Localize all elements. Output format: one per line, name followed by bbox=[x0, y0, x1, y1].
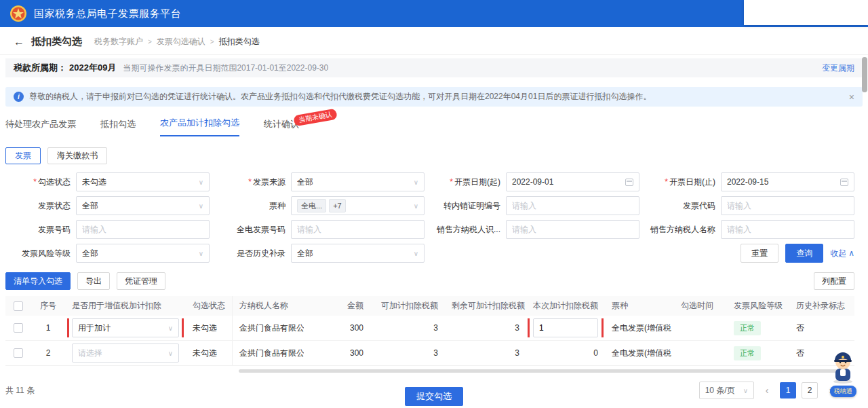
tab-farm-extra-deduction[interactable]: 农产品加计扣除勾选 bbox=[160, 117, 239, 136]
unconfirmed-badge: 当期未确认 bbox=[293, 109, 338, 127]
tab-statistics-confirm[interactable]: 统计确认 当期未确认 bbox=[264, 118, 299, 136]
seller-tax-id-input[interactable] bbox=[506, 220, 639, 239]
row-check-status: 未勾选 bbox=[186, 348, 232, 359]
filter-domestic-cert-no: 转内销证明编号 bbox=[435, 196, 639, 215]
col-amount: 金额 bbox=[304, 300, 370, 312]
col-invoice-type: 票种 bbox=[605, 300, 674, 312]
submit-bar: 提交勾选 bbox=[0, 387, 868, 406]
filter-invoice-code: 发票代码 bbox=[650, 196, 854, 215]
breadcrumb-item[interactable]: 发票勾选确认 bbox=[157, 36, 205, 48]
table-header: 序号 是否用于增值税加计扣除 勾选状态 方纳税人名称 金额 可加计扣除税额 剩余… bbox=[5, 296, 854, 316]
row-checkbox[interactable] bbox=[14, 323, 23, 333]
close-icon[interactable]: × bbox=[849, 92, 854, 103]
select-value: 未勾选 bbox=[82, 177, 195, 188]
back-arrow-icon[interactable]: ← bbox=[14, 37, 24, 48]
invoice-code-input[interactable] bbox=[721, 196, 854, 215]
col-deduct-use: 是否用于增值税加计扣除 bbox=[65, 300, 186, 312]
filter-label: 发票号码 bbox=[5, 224, 76, 236]
submit-check-button[interactable]: 提交勾选 bbox=[405, 387, 463, 406]
row-seller-name: 金拱门食品有限公... bbox=[232, 316, 304, 340]
assistant-badge: 税纳通 bbox=[830, 386, 856, 397]
select-all-cell bbox=[5, 301, 31, 311]
table-row: 1 用于加计 ∨ 未勾选 金拱门食品有限公... 300 3 3 全电发票(增值… bbox=[5, 316, 854, 341]
risk-level-select[interactable]: 全部 ∨ bbox=[76, 244, 210, 263]
filter-actions: 重置 查询 收起 ∧ bbox=[435, 244, 854, 263]
select-all-checkbox[interactable] bbox=[14, 301, 23, 311]
crumb-separator-icon: > bbox=[210, 38, 214, 45]
risk-badge: 正常 bbox=[734, 346, 761, 360]
breadcrumb-item[interactable]: 税务数字账户 bbox=[94, 36, 143, 48]
deduct-use-select[interactable]: 用于加计 ∨ bbox=[72, 318, 179, 337]
row-seq: 2 bbox=[31, 348, 65, 358]
table-toolbar: 清单导入勾选 导出 凭证管理 列配置 bbox=[0, 267, 868, 296]
chevron-down-icon: ∨ bbox=[199, 250, 203, 257]
select-placeholder: 请选择 bbox=[78, 348, 164, 359]
taxation-logo-icon bbox=[9, 5, 27, 22]
filter-invoice-source: 发票来源 全部 ∨ bbox=[220, 172, 425, 191]
date-start-picker[interactable]: 2022-09-01 bbox=[506, 172, 639, 191]
row-check-status: 未勾选 bbox=[186, 322, 232, 334]
row-checkbox[interactable] bbox=[14, 348, 23, 358]
calendar-icon bbox=[625, 179, 633, 186]
filter-label: 发票来源 bbox=[220, 177, 291, 188]
reset-button[interactable]: 重置 bbox=[741, 244, 778, 263]
filter-label: 开票日期(止) bbox=[650, 177, 721, 188]
overlay-panel bbox=[744, 0, 868, 25]
search-button[interactable]: 查询 bbox=[785, 244, 823, 263]
filter-label: 发票代码 bbox=[650, 200, 721, 212]
tab-pending-farm-invoices[interactable]: 待处理农产品发票 bbox=[5, 118, 76, 136]
deduct-use-select[interactable]: 请选择 ∨ bbox=[72, 344, 179, 363]
filter-row: 发票风险等级 全部 ∨ 是否历史补录 全部 ∨ 重置 查询 收起 ∧ bbox=[5, 244, 854, 263]
tab-deduction-check[interactable]: 抵扣勾选 bbox=[100, 118, 136, 136]
crumb-separator-icon: > bbox=[148, 38, 152, 45]
check-status-select[interactable]: 未勾选 ∨ bbox=[76, 172, 210, 191]
row-amount: 300 bbox=[304, 323, 370, 333]
assistant-widget[interactable]: 税纳通 bbox=[823, 350, 863, 397]
row-current-deduction-cell bbox=[526, 318, 605, 337]
subtab-invoice[interactable]: 发票 bbox=[5, 147, 41, 164]
col-seller-name: 方纳税人名称 bbox=[232, 296, 304, 316]
domestic-cert-no-input[interactable] bbox=[506, 196, 639, 215]
history-supplement-select[interactable]: 全部 ∨ bbox=[291, 244, 425, 263]
chevron-down-icon: ∨ bbox=[414, 250, 418, 257]
period-value: 2022年09月 bbox=[69, 62, 116, 74]
vertical-scrollbar[interactable] bbox=[862, 29, 867, 405]
row-remaining: 3 bbox=[445, 323, 526, 333]
ticket-type-multiselect[interactable]: 全电... +7 ∨ bbox=[291, 196, 425, 215]
notice-banner: i 尊敬的纳税人，请于申报前对已勾选的凭证进行统计确认。农产品业务抵扣勾选和代扣… bbox=[5, 87, 863, 107]
filter-label: 票种 bbox=[220, 200, 291, 212]
invoice-status-select[interactable]: 全部 ∨ bbox=[76, 196, 210, 215]
col-deductible: 可加计扣除税额 bbox=[370, 300, 445, 312]
invoice-source-select[interactable]: 全部 ∨ bbox=[291, 172, 425, 191]
page-title: 抵扣类勾选 bbox=[31, 35, 82, 48]
invoice-number-input[interactable] bbox=[76, 220, 210, 239]
chevron-down-icon: ∨ bbox=[199, 202, 203, 210]
filter-row: 勾选状态 未勾选 ∨ 发票来源 全部 ∨ 开票日期(起) 2022-09-01 bbox=[5, 172, 854, 191]
col-remaining: 剩余可加计扣除税额 bbox=[445, 300, 526, 312]
seller-name-input[interactable] bbox=[721, 220, 854, 239]
digital-invoice-number-input[interactable] bbox=[291, 220, 425, 239]
voucher-manage-button[interactable]: 凭证管理 bbox=[117, 272, 165, 290]
col-risk-level: 发票风险等级 bbox=[727, 300, 789, 312]
filter-date-end: 开票日期(止) 2022-09-15 bbox=[650, 172, 854, 191]
import-check-button[interactable]: 清单导入勾选 bbox=[5, 272, 71, 290]
column-config-button[interactable]: 列配置 bbox=[814, 272, 854, 290]
export-button[interactable]: 导出 bbox=[77, 272, 110, 290]
scrollbar-thumb[interactable] bbox=[862, 57, 867, 92]
tax-period-bar: 税款所属期： 2022年09月 当期可操作发票的开具日期范围2017-01-01… bbox=[5, 58, 863, 77]
app-screen: 国家税务总局电子发票服务平台 ← 抵扣类勾选 税务数字账户 > 发票勾选确认 >… bbox=[0, 0, 868, 408]
col-check-time: 勾选时间 bbox=[674, 300, 727, 312]
filter-date-start: 开票日期(起) 2022-09-01 bbox=[435, 172, 639, 191]
filter-ticket-type: 票种 全电... +7 ∨ bbox=[220, 196, 425, 215]
collapse-link[interactable]: 收起 ∧ bbox=[830, 248, 854, 259]
filter-label: 销售方纳税人识... bbox=[435, 224, 506, 236]
period-hint: 当期可操作发票的开具日期范围2017-01-01至2022-09-30 bbox=[123, 62, 328, 74]
risk-badge: 正常 bbox=[734, 321, 761, 335]
current-deduction-input[interactable] bbox=[533, 318, 598, 337]
breadcrumb: ← 抵扣类勾选 税务数字账户 > 发票勾选确认 > 抵扣类勾选 bbox=[0, 27, 868, 55]
filter-form: 勾选状态 未勾选 ∨ 发票来源 全部 ∨ 开票日期(起) 2022-09-01 bbox=[0, 164, 868, 263]
row-deduct-use-cell: 用于加计 ∨ bbox=[65, 318, 186, 337]
change-period-link[interactable]: 变更属期 bbox=[822, 62, 854, 74]
date-end-picker[interactable]: 2022-09-15 bbox=[721, 172, 854, 191]
subtab-customs-payment[interactable]: 海关缴款书 bbox=[47, 147, 107, 164]
